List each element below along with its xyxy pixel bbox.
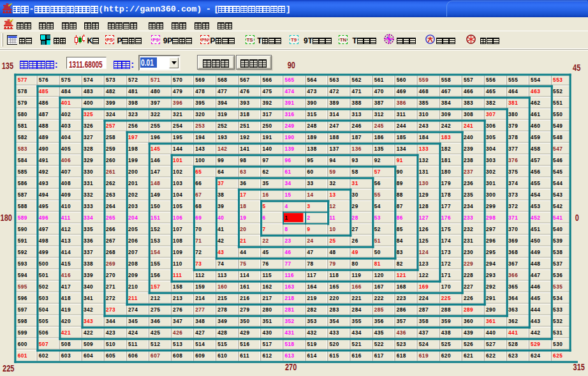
svg-text:184: 184 — [419, 134, 429, 140]
svg-text:110: 110 — [173, 260, 182, 267]
svg-text:582: 582 — [18, 134, 27, 140]
svg-text:228: 228 — [464, 272, 473, 278]
svg-text:465: 465 — [486, 88, 496, 94]
svg-text:321: 321 — [173, 111, 182, 117]
svg-text:141: 141 — [240, 146, 249, 152]
svg-text:198: 198 — [128, 146, 138, 152]
svg-text:236: 236 — [464, 180, 473, 186]
svg-text:370: 370 — [508, 226, 518, 232]
svg-text:164: 164 — [307, 283, 317, 290]
svg-text:320: 320 — [195, 111, 205, 117]
svg-text:87: 87 — [397, 203, 403, 209]
svg-text:342: 342 — [84, 306, 93, 313]
svg-text:313: 313 — [352, 111, 362, 117]
svg-text:76: 76 — [262, 260, 268, 267]
svg-text:252: 252 — [217, 123, 227, 129]
svg-text:404: 404 — [61, 134, 71, 140]
svg-text:180: 180 — [1, 213, 12, 223]
svg-text:183: 183 — [441, 134, 451, 140]
svg-text:96: 96 — [284, 157, 291, 163]
svg-text:115: 115 — [262, 272, 272, 278]
svg-text:268: 268 — [106, 249, 115, 255]
svg-text:304: 304 — [486, 146, 496, 152]
svg-text:83: 83 — [397, 249, 403, 255]
svg-text:224: 224 — [419, 295, 429, 301]
svg-text:298: 298 — [486, 214, 496, 221]
svg-text:220: 220 — [330, 295, 339, 301]
svg-text:439: 439 — [464, 329, 473, 336]
svg-text:529: 529 — [531, 341, 540, 347]
svg-text:349: 349 — [217, 318, 227, 324]
svg-text:120: 120 — [374, 272, 384, 278]
svg-text:241: 241 — [464, 123, 473, 129]
svg-text:23: 23 — [284, 237, 291, 244]
svg-text:157: 157 — [151, 283, 160, 290]
svg-text:614: 614 — [307, 352, 317, 359]
svg-text:201: 201 — [128, 180, 138, 186]
svg-text:363: 363 — [508, 306, 518, 313]
svg-text:369: 369 — [508, 237, 518, 244]
svg-text:59: 59 — [330, 169, 336, 175]
svg-text:566: 566 — [262, 77, 272, 83]
svg-text:27: 27 — [352, 226, 358, 232]
svg-text:473: 473 — [307, 88, 317, 94]
svg-text:419: 419 — [61, 306, 71, 313]
svg-text:527: 527 — [486, 341, 496, 347]
svg-text:218: 218 — [284, 295, 294, 301]
svg-text:71: 71 — [195, 237, 202, 244]
svg-text:509: 509 — [84, 341, 93, 347]
svg-text:296: 296 — [486, 237, 496, 244]
svg-text:447: 447 — [531, 272, 540, 278]
svg-text:88: 88 — [397, 192, 403, 198]
svg-text:101: 101 — [173, 157, 182, 163]
svg-text:213: 213 — [173, 295, 182, 301]
svg-text:610: 610 — [217, 352, 227, 359]
svg-text:227: 227 — [464, 283, 473, 290]
svg-text:118: 118 — [330, 272, 339, 278]
svg-text:538: 538 — [553, 249, 562, 255]
svg-text:119: 119 — [352, 272, 362, 278]
svg-text:350: 350 — [240, 318, 249, 324]
svg-text:571: 571 — [151, 77, 160, 83]
svg-text:558: 558 — [441, 77, 451, 83]
svg-text:225: 225 — [3, 363, 14, 373]
svg-text:20: 20 — [240, 226, 246, 232]
svg-text:326: 326 — [84, 123, 93, 129]
svg-text:562: 562 — [352, 77, 362, 83]
svg-text:506: 506 — [39, 329, 48, 336]
svg-text:79: 79 — [330, 260, 336, 267]
svg-text:3: 3 — [307, 203, 311, 209]
svg-text:63: 63 — [240, 169, 246, 175]
svg-text:284: 284 — [352, 306, 362, 313]
svg-text:365: 365 — [508, 283, 518, 290]
svg-text:324: 324 — [106, 111, 115, 117]
svg-text:6: 6 — [262, 214, 265, 221]
svg-text:328: 328 — [84, 146, 93, 152]
svg-text:327: 327 — [84, 134, 93, 140]
svg-text:137: 137 — [330, 146, 339, 152]
svg-text:97: 97 — [262, 157, 268, 163]
svg-text:145: 145 — [151, 146, 160, 152]
svg-text:548: 548 — [553, 134, 562, 140]
svg-text:52: 52 — [374, 226, 381, 232]
svg-text:307: 307 — [486, 111, 496, 117]
svg-text:543: 543 — [553, 192, 562, 198]
svg-text:483: 483 — [84, 88, 93, 94]
svg-text:412: 412 — [61, 226, 71, 232]
svg-text:325: 325 — [84, 111, 93, 117]
svg-text:565: 565 — [284, 77, 294, 83]
svg-text:300: 300 — [486, 192, 496, 198]
svg-text:489: 489 — [39, 134, 48, 140]
svg-text:358: 358 — [419, 318, 429, 324]
svg-text:221: 221 — [352, 295, 362, 301]
svg-text:521: 521 — [352, 341, 362, 347]
svg-text:396: 396 — [173, 100, 182, 106]
svg-text:600: 600 — [18, 341, 27, 347]
svg-text:621: 621 — [464, 352, 473, 359]
svg-text:162: 162 — [262, 283, 272, 290]
svg-text:362: 362 — [508, 318, 518, 324]
svg-text:244: 244 — [397, 123, 406, 129]
svg-text:395: 395 — [195, 100, 205, 106]
svg-text:515: 515 — [217, 341, 227, 347]
svg-text:280: 280 — [262, 306, 272, 313]
